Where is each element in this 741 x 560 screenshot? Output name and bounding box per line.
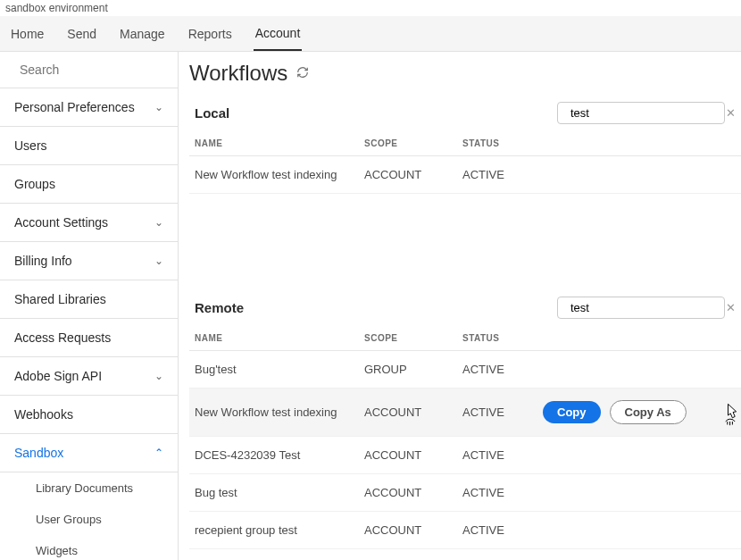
cell-status: ACTIVE bbox=[462, 448, 543, 462]
col-status-header: STATUS bbox=[462, 138, 543, 148]
cell-scope: ACCOUNT bbox=[364, 486, 462, 499]
sidebar-item-account-settings[interactable]: Account Settings ⌄ bbox=[0, 204, 178, 242]
nav-account[interactable]: Account bbox=[254, 17, 303, 51]
local-search-input[interactable] bbox=[570, 106, 720, 120]
nav-home[interactable]: Home bbox=[9, 18, 46, 50]
cell-name: New Workflow test indexing bbox=[195, 168, 364, 181]
table-row[interactable]: recepient group test ACCOUNT ACTIVE bbox=[189, 512, 741, 549]
local-title: Local bbox=[195, 105, 229, 121]
cell-name: New Workflow test indexing bbox=[195, 405, 364, 419]
sub-item-library-documents[interactable]: Library Documents bbox=[0, 472, 178, 504]
cell-scope: ACCOUNT bbox=[364, 168, 462, 181]
sidebar-item-label: Users bbox=[14, 138, 47, 153]
table-row[interactable]: Bug'test GROUP ACTIVE bbox=[189, 351, 741, 389]
copy-as-button[interactable]: Copy As bbox=[610, 400, 687, 424]
table-row[interactable]: Bug test ACCOUNT ACTIVE bbox=[189, 474, 741, 512]
col-name-header: NAME bbox=[195, 333, 364, 343]
local-search[interactable]: ✕ bbox=[557, 102, 725, 124]
sidebar-search-input[interactable] bbox=[20, 63, 176, 77]
sub-item-user-groups[interactable]: User Groups bbox=[0, 504, 178, 535]
sidebar-item-label: Webhooks bbox=[14, 407, 73, 422]
sidebar: Personal Preferences ⌄ Users Groups Acco… bbox=[0, 52, 179, 560]
remote-search-input[interactable] bbox=[570, 301, 720, 314]
cell-scope: ACCOUNT bbox=[364, 405, 462, 419]
cell-status: ACTIVE bbox=[462, 523, 543, 537]
cell-scope: GROUP bbox=[364, 363, 462, 376]
env-label: sandbox environment bbox=[0, 0, 741, 16]
cell-name: Bug test bbox=[195, 486, 364, 499]
sidebar-item-groups[interactable]: Groups bbox=[0, 165, 178, 204]
main-content: Workflows Local ✕ NAME bbox=[179, 52, 741, 560]
sidebar-item-webhooks[interactable]: Webhooks bbox=[0, 396, 178, 434]
nav-reports[interactable]: Reports bbox=[187, 18, 234, 50]
col-scope-header: SCOPE bbox=[364, 333, 462, 343]
sub-item-widgets[interactable]: Widgets bbox=[0, 535, 178, 560]
sidebar-item-shared-libraries[interactable]: Shared Libraries bbox=[0, 280, 178, 319]
sidebar-item-users[interactable]: Users bbox=[0, 127, 178, 165]
cell-status: ACTIVE bbox=[462, 486, 543, 499]
refresh-icon[interactable] bbox=[296, 66, 309, 81]
local-section: Local ✕ NAME SCOPE STATUS New Workflow t… bbox=[189, 96, 741, 275]
chevron-down-icon: ⌄ bbox=[154, 255, 163, 267]
sidebar-item-label: Billing Info bbox=[14, 254, 72, 268]
cell-name: DCES-4232039 Test bbox=[195, 448, 364, 462]
sidebar-item-label: Personal Preferences bbox=[14, 100, 135, 114]
chevron-down-icon: ⌄ bbox=[154, 216, 163, 229]
sidebar-item-label: Account Settings bbox=[14, 215, 108, 230]
cell-name: Bug'test bbox=[195, 363, 364, 376]
sidebar-item-label: Shared Libraries bbox=[14, 292, 106, 306]
sidebar-item-sandbox[interactable]: Sandbox ⌃ bbox=[0, 434, 178, 472]
sidebar-item-personal-preferences[interactable]: Personal Preferences ⌄ bbox=[0, 88, 178, 127]
page-title: Workflows bbox=[189, 61, 287, 86]
table-row[interactable]: New Workflow test indexing ACCOUNT ACTIV… bbox=[189, 156, 741, 194]
sidebar-item-adobe-sign-api[interactable]: Adobe Sign API ⌄ bbox=[0, 357, 178, 396]
table-row[interactable]: New Workflow test indexing ACCOUNT ACTIV… bbox=[189, 389, 741, 437]
clear-icon[interactable]: ✕ bbox=[726, 106, 736, 120]
clear-icon[interactable]: ✕ bbox=[726, 301, 736, 314]
nav-send[interactable]: Send bbox=[65, 18, 98, 50]
cell-status: ACTIVE bbox=[462, 168, 543, 181]
remote-title: Remote bbox=[195, 300, 244, 315]
nav-manage[interactable]: Manage bbox=[118, 18, 167, 50]
sidebar-item-access-requests[interactable]: Access Requests bbox=[0, 319, 178, 357]
sandbox-subitems: Library Documents User Groups Widgets Wo… bbox=[0, 472, 178, 560]
col-name-header: NAME bbox=[195, 138, 364, 148]
cell-scope: ACCOUNT bbox=[364, 448, 462, 462]
chevron-down-icon: ⌄ bbox=[154, 370, 163, 382]
chevron-down-icon: ⌄ bbox=[154, 101, 163, 113]
table-row[interactable]: DCES-4232039 Test ACCOUNT ACTIVE bbox=[189, 437, 741, 474]
top-nav: Home Send Manage Reports Account bbox=[0, 16, 741, 52]
chevron-up-icon: ⌃ bbox=[154, 447, 163, 459]
cell-name: recepient group test bbox=[195, 523, 364, 537]
cell-status: ACTIVE bbox=[462, 405, 543, 419]
cell-scope: ACCOUNT bbox=[364, 523, 462, 537]
sidebar-search[interactable] bbox=[0, 52, 178, 88]
sidebar-item-billing-info[interactable]: Billing Info ⌄ bbox=[0, 242, 178, 280]
copy-button[interactable]: Copy bbox=[543, 401, 601, 423]
col-scope-header: SCOPE bbox=[364, 138, 462, 148]
sidebar-item-label: Adobe Sign API bbox=[14, 369, 102, 383]
sidebar-item-label: Access Requests bbox=[14, 330, 111, 345]
cell-status: ACTIVE bbox=[462, 363, 543, 376]
sidebar-item-label: Groups bbox=[14, 177, 55, 191]
col-status-header: STATUS bbox=[462, 333, 543, 343]
sidebar-item-label: Sandbox bbox=[14, 446, 63, 460]
remote-section: Remote ✕ NAME SCOPE STATUS Bug'test bbox=[189, 291, 741, 549]
remote-search[interactable]: ✕ bbox=[557, 297, 725, 319]
